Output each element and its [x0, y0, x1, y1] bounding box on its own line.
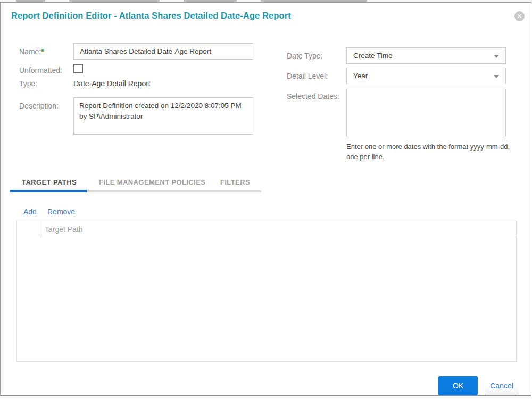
type-value: Date-Age Detail Report	[73, 79, 151, 88]
chevron-down-icon	[494, 55, 499, 58]
unformatted-checkbox[interactable]	[73, 64, 83, 73]
selected-dates-hint: Enter one or more dates with the format …	[346, 142, 510, 162]
close-icon[interactable]: ✕	[514, 11, 525, 21]
dialog-title: Report Definition Editor - Atlanta Share…	[11, 11, 291, 21]
background-artifact	[16, 0, 45, 2]
remove-link[interactable]: Remove	[47, 207, 75, 216]
detail-level-value: Year	[353, 72, 368, 80]
detail-level-label: Detail Level:	[287, 72, 328, 80]
selection-column-header	[17, 221, 39, 237]
background-artifact	[261, 0, 367, 2]
detail-level-dropdown[interactable]: Year	[346, 68, 506, 84]
table-body-empty[interactable]	[17, 238, 516, 361]
table-header-row: Target Path	[17, 221, 516, 237]
name-label: Name:*	[19, 47, 44, 56]
cancel-button[interactable]: Cancel	[485, 376, 518, 395]
date-type-value: Create Time	[353, 52, 393, 60]
tab-file-management-policies[interactable]: FILE MANAGEMENT POLICIES	[99, 178, 205, 186]
date-type-label: Date Type:	[287, 52, 322, 60]
required-asterisk: *	[41, 47, 44, 56]
tab-active-indicator	[10, 190, 87, 192]
tab-filters[interactable]: FILTERS	[220, 178, 250, 186]
add-link[interactable]: Add	[23, 207, 37, 216]
target-path-column-header: Target Path	[45, 225, 83, 234]
date-type-dropdown[interactable]: Create Time	[346, 47, 506, 64]
unformatted-label: Unformatted:	[19, 66, 62, 74]
target-path-table: Target Path	[16, 221, 517, 362]
background-artifact	[184, 0, 237, 2]
description-textarea[interactable]: Report Definition created on 12/2/2020 8…	[73, 97, 253, 135]
name-label-text: Name:	[19, 47, 41, 56]
selected-dates-textarea[interactable]	[346, 89, 506, 137]
tab-target-paths[interactable]: TARGET PATHS	[22, 178, 77, 186]
name-input[interactable]	[73, 43, 253, 60]
description-label: Description:	[19, 102, 59, 110]
ok-button[interactable]: OK	[438, 376, 478, 395]
type-label: Type:	[19, 79, 37, 88]
report-definition-editor-dialog: Report Definition Editor - Atlanta Share…	[0, 2, 531, 396]
chevron-down-icon	[494, 75, 499, 78]
selected-dates-label: Selected Dates:	[287, 92, 339, 101]
background-artifact	[69, 0, 160, 2]
